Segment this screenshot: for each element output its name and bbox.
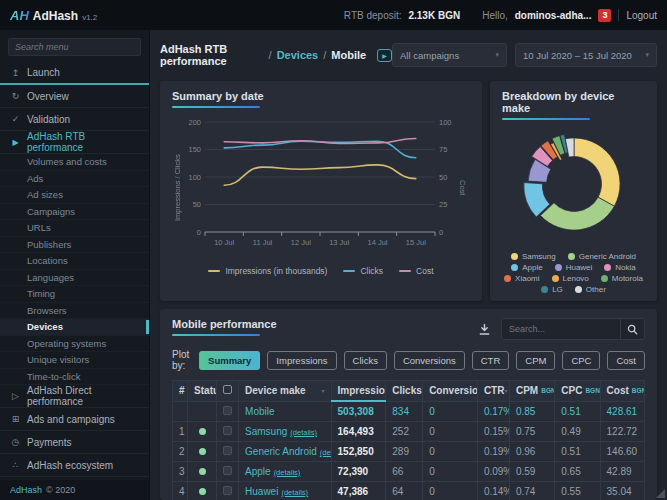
sidebar-item-volumes-and-costs[interactable]: Volumes and costs bbox=[0, 154, 149, 171]
col-ctr[interactable]: CTR▾ bbox=[477, 381, 509, 402]
sidebar-search-input[interactable] bbox=[8, 38, 141, 56]
col-cpc[interactable]: CPCBGN▾ bbox=[555, 381, 600, 402]
performance-panel-title: Mobile performance bbox=[172, 318, 277, 330]
sidebar-item-launch[interactable]: ↥ Launch bbox=[0, 62, 149, 85]
legend-item[interactable]: Cost bbox=[399, 266, 433, 276]
adhash-app: AH AdHash v1.2 RTB deposit: 2.13K BGN He… bbox=[0, 0, 667, 500]
search-button[interactable] bbox=[620, 319, 644, 339]
device-link[interactable]: Huawei bbox=[245, 486, 278, 497]
select-all-checkbox[interactable] bbox=[223, 385, 232, 394]
sidebar-item-timing[interactable]: Timing bbox=[0, 286, 149, 303]
sidebar-item-locations[interactable]: Locations bbox=[0, 253, 149, 270]
status-dot bbox=[199, 448, 206, 455]
sort-icon[interactable]: ▾ bbox=[322, 387, 325, 394]
sidebar-item-overview[interactable]: ↻ Overview bbox=[0, 85, 149, 108]
legend-item[interactable]: Xiaomi bbox=[504, 274, 539, 283]
row-checkbox[interactable] bbox=[223, 426, 232, 435]
legend-item[interactable]: Lenovo bbox=[552, 274, 589, 283]
sidebar-item-ads-and-campaigns[interactable]: ⊞ Ads and campaigns bbox=[0, 408, 149, 431]
footer-brand-link[interactable]: AdHash bbox=[10, 485, 42, 495]
table-search-input[interactable] bbox=[502, 319, 620, 339]
col-cpm[interactable]: CPMBGN▾ bbox=[509, 381, 554, 402]
sidebar-item-publishers[interactable]: Publishers bbox=[0, 237, 149, 254]
sidebar-item-urls[interactable]: URLs bbox=[0, 220, 149, 237]
campaigns-select[interactable]: All campaigns ▾ bbox=[392, 43, 507, 67]
legend-item[interactable]: Impressions (in thousands) bbox=[208, 266, 327, 276]
plot-button-impressions[interactable]: Impressions bbox=[267, 351, 336, 370]
sidebar-item-operating-systems[interactable]: Operating systems bbox=[0, 336, 149, 353]
details-link[interactable]: (details) bbox=[320, 448, 331, 457]
greeting-username[interactable]: dominos-adha... bbox=[515, 10, 592, 21]
legend-item[interactable]: Other bbox=[575, 285, 606, 294]
logout-button[interactable]: Logout bbox=[626, 10, 657, 21]
col-device-make[interactable]: Device make▾ bbox=[239, 381, 332, 402]
sidebar-item-browsers[interactable]: Browsers bbox=[0, 303, 149, 320]
sidebar-item-unique-visitors[interactable]: Unique visitors bbox=[0, 352, 149, 369]
sidebar-item-label: Launch bbox=[27, 67, 60, 78]
col-cost[interactable]: CostBGN▾ bbox=[600, 381, 644, 402]
donut-slice-generic-android[interactable] bbox=[540, 197, 614, 230]
plot-button-ctr[interactable]: CTR bbox=[472, 351, 510, 370]
sidebar-item-ecosystem[interactable]: ∴ AdHash ecosystem bbox=[0, 454, 149, 477]
legend-item[interactable]: Nokia bbox=[604, 263, 635, 272]
walkthrough-play-button[interactable]: ▶ bbox=[377, 49, 392, 62]
table-row-total: Mobile 503,308 834 0 0.17% 0.85 0.51 428… bbox=[173, 401, 645, 422]
date-range-select[interactable]: 10 Jul 2020 – 15 Jul 2020 ▾ bbox=[515, 43, 657, 67]
col-number: # bbox=[173, 381, 188, 402]
legend-item[interactable]: Huawei bbox=[555, 263, 593, 272]
plot-button-cpc[interactable]: CPC bbox=[562, 351, 600, 370]
details-link[interactable]: (details) bbox=[290, 428, 317, 437]
sidebar-item-time-to-click[interactable]: Time-to-click bbox=[0, 369, 149, 386]
row-checkbox[interactable] bbox=[223, 406, 232, 415]
breadcrumb-root[interactable]: AdHash RTB performance bbox=[160, 43, 264, 67]
download-icon bbox=[478, 323, 491, 336]
main-content: AdHash RTB performance / Devices / Mobil… bbox=[150, 30, 667, 500]
svg-text:50: 50 bbox=[193, 200, 201, 209]
table-row: 2 Generic Android(details) 152,850 289 0… bbox=[173, 442, 645, 462]
details-link[interactable]: (details) bbox=[281, 488, 308, 497]
performance-table: # Status Device make▾ Impressions▾ Click… bbox=[172, 380, 645, 500]
device-link[interactable]: Apple bbox=[245, 466, 271, 477]
adhash-logo[interactable]: AH AdHash v1.2 bbox=[10, 8, 97, 23]
row-checkbox[interactable] bbox=[223, 486, 232, 495]
sort-icon[interactable]: ▾ bbox=[504, 387, 507, 394]
plot-by-toolbar: Plot by: Summary Impressions Clicks Conv… bbox=[172, 349, 645, 371]
col-impressions[interactable]: Impressions▾ bbox=[331, 381, 386, 402]
sidebar-item-validation[interactable]: ✓ Validation bbox=[0, 108, 149, 131]
resize-grip[interactable] bbox=[656, 489, 665, 498]
row-checkbox[interactable] bbox=[223, 446, 232, 455]
breadcrumb-devices-link[interactable]: Devices bbox=[277, 49, 319, 61]
plot-button-cost[interactable]: Cost bbox=[607, 351, 645, 370]
legend-item[interactable]: Samsung bbox=[511, 252, 556, 261]
legend-item[interactable]: Apple bbox=[511, 263, 542, 272]
svg-text:100: 100 bbox=[439, 118, 452, 127]
sidebar-item-ads[interactable]: Ads bbox=[0, 171, 149, 188]
legend-item[interactable]: Clicks bbox=[343, 266, 383, 276]
sidebar-item-ad-sizes[interactable]: Ad sizes bbox=[0, 187, 149, 204]
device-link[interactable]: Mobile bbox=[245, 406, 274, 417]
col-conversions[interactable]: Conversions▾ bbox=[423, 381, 478, 402]
notification-badge[interactable]: 3 bbox=[598, 9, 611, 22]
sidebar-item-campaigns[interactable]: Campaigns bbox=[0, 204, 149, 221]
device-link[interactable]: Samsung bbox=[245, 426, 287, 437]
sidebar-item-payments[interactable]: ◷ Payments bbox=[0, 431, 149, 454]
col-clicks[interactable]: Clicks▾ bbox=[386, 381, 423, 402]
legend-item[interactable]: Motorola bbox=[601, 274, 643, 283]
device-link[interactable]: Generic Android bbox=[245, 446, 317, 457]
plot-button-summary[interactable]: Summary bbox=[199, 351, 260, 370]
sidebar-item-rtb-performance[interactable]: ▶ AdHash RTB performance bbox=[0, 131, 149, 154]
plot-button-conversions[interactable]: Conversions bbox=[394, 351, 465, 370]
plot-button-clicks[interactable]: Clicks bbox=[344, 351, 387, 370]
sidebar-item-devices[interactable]: Devices bbox=[0, 319, 149, 336]
table-row: 1 Samsung(details) 164,493 252 0 0.15% 0… bbox=[173, 422, 645, 442]
row-checkbox[interactable] bbox=[223, 466, 232, 475]
plot-button-cpm[interactable]: CPM bbox=[516, 351, 555, 370]
sidebar-item-languages[interactable]: Languages bbox=[0, 270, 149, 287]
legend-item[interactable]: Generic Android bbox=[568, 252, 636, 261]
donut-slice-samsung[interactable] bbox=[574, 138, 620, 206]
details-link[interactable]: (details) bbox=[274, 468, 301, 477]
sidebar-item-direct-performance[interactable]: ▷ AdHash Direct performance bbox=[0, 385, 149, 408]
download-button[interactable] bbox=[478, 323, 491, 336]
legend-item[interactable]: LG bbox=[541, 285, 563, 294]
svg-text:25: 25 bbox=[439, 200, 447, 209]
